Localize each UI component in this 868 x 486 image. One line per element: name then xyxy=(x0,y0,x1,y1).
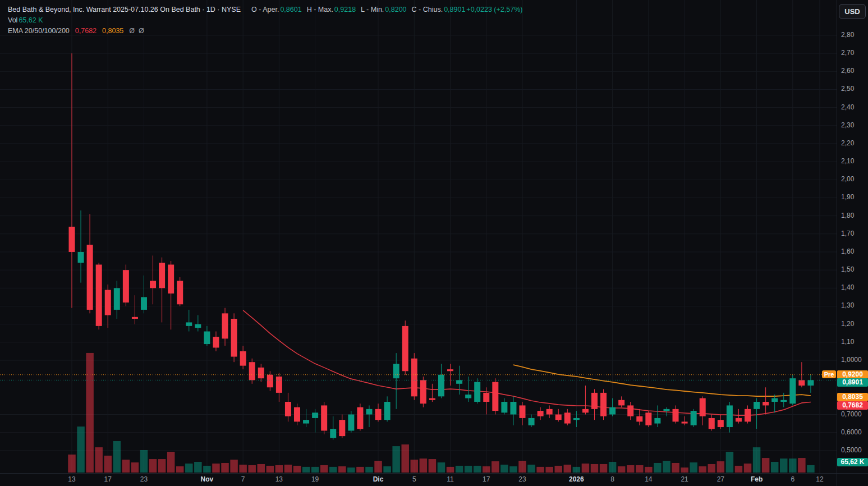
ema50-price-badge: 0,8035 xyxy=(837,393,868,401)
price-tick-label: 1,40 xyxy=(841,283,854,291)
trading-chart-window: Bed Bath & Beyond, Inc. Warrant 2025-07.… xyxy=(0,0,868,486)
high-label: H - Max. xyxy=(307,6,333,13)
price-tick-label: 0,7000 xyxy=(841,410,862,418)
close-label: C - Chius. xyxy=(412,6,443,13)
time-tick-label: 11 xyxy=(447,475,453,483)
time-tick-label: 14 xyxy=(645,475,652,483)
time-tick-label: 2026 xyxy=(569,475,584,483)
time-tick-label: 7 xyxy=(241,475,245,483)
candlestick-chart-canvas[interactable] xyxy=(0,0,868,486)
time-tick-label: Feb xyxy=(751,475,763,483)
ema50-value: 0,8035 xyxy=(102,27,123,35)
price-tick-label: 1,20 xyxy=(841,320,854,328)
time-tick-label: 12 xyxy=(816,475,823,483)
price-tick-label: 2,60 xyxy=(841,67,854,75)
price-tick-label: 1,60 xyxy=(841,247,854,255)
price-tick-label: 2,80 xyxy=(841,31,854,39)
price-tick-label: 2,00 xyxy=(841,175,854,183)
premarket-badge: Pre xyxy=(822,370,836,378)
open-label: O - Aper. xyxy=(251,6,279,13)
price-tick-label: 1,30 xyxy=(841,301,854,309)
ema20-value: 0,7682 xyxy=(75,27,97,35)
time-tick-label: 21 xyxy=(681,475,688,483)
time-tick-label: 27 xyxy=(717,475,724,483)
time-axis[interactable]: 131723Nov71319Dic511172320268142127Feb61… xyxy=(0,473,868,486)
price-tick-label: 1,10 xyxy=(841,338,854,346)
volume-label[interactable]: Vol xyxy=(8,16,17,24)
volume-badge: 65,62 K xyxy=(837,458,868,466)
price-tick-label: 2,30 xyxy=(841,121,854,129)
symbol-title[interactable]: Bed Bath & Beyond, Inc. Warrant 2025-07.… xyxy=(8,6,241,13)
price-tick-label: 2,20 xyxy=(841,139,854,147)
premarket-price-badge: 0,9200 xyxy=(837,370,868,379)
price-tick-label: 2,10 xyxy=(841,157,854,165)
price-tick-label: 1,0000 xyxy=(841,356,862,364)
price-tick-label: 2,70 xyxy=(841,49,854,57)
volume-value: 65,62 K xyxy=(19,16,43,24)
legend-volume-row: Vol65,62 K xyxy=(8,15,522,26)
price-tick-label: 0,5000 xyxy=(841,446,862,454)
open-value: 0,8601 xyxy=(280,6,301,13)
time-tick-label: 19 xyxy=(311,475,319,483)
ema-na-values: Ø Ø xyxy=(129,27,144,35)
ema20-price-badge: 0,7682 xyxy=(837,401,868,410)
time-tick-label: 5 xyxy=(412,475,416,483)
price-tick-label: 0,6000 xyxy=(841,428,862,436)
time-tick-label: 17 xyxy=(483,475,490,483)
price-tick-label: 1,80 xyxy=(841,212,854,219)
close-value: 0,8901 xyxy=(444,6,465,13)
time-tick-label: 17 xyxy=(104,475,112,483)
legend: Bed Bath & Beyond, Inc. Warrant 2025-07.… xyxy=(8,4,522,36)
legend-ema-row: EMA 20/50/100/2000,76820,8035Ø Ø xyxy=(8,26,522,36)
time-tick-label: Nov xyxy=(201,475,214,483)
time-tick-label: Dic xyxy=(373,475,384,483)
ema-indicator-label[interactable]: EMA 20/50/100/200 xyxy=(8,27,70,35)
price-tick-label: 1,50 xyxy=(841,265,854,273)
currency-button[interactable]: USD xyxy=(839,4,866,19)
time-tick-label: 8 xyxy=(610,475,614,483)
price-tick-label: 1,90 xyxy=(841,193,854,201)
high-value: 0,9218 xyxy=(334,6,356,13)
time-tick-label: 13 xyxy=(68,475,75,483)
time-tick-label: 13 xyxy=(275,475,283,483)
time-tick-label: 23 xyxy=(518,475,526,483)
time-tick-label: 6 xyxy=(791,475,794,483)
price-tick-label: 2,40 xyxy=(841,103,854,111)
low-value: 0,8200 xyxy=(385,6,406,13)
last-price-badge: 0,8901 xyxy=(837,378,868,387)
time-tick-label: 23 xyxy=(140,475,148,483)
low-label: L - Min. xyxy=(361,6,384,13)
legend-symbol-row: Bed Bath & Beyond, Inc. Warrant 2025-07.… xyxy=(8,4,522,15)
price-tick-label: 2,50 xyxy=(841,85,854,93)
price-tick-label: 1,70 xyxy=(841,230,854,237)
change-value: +0,0223 (+2,57%) xyxy=(466,6,522,13)
